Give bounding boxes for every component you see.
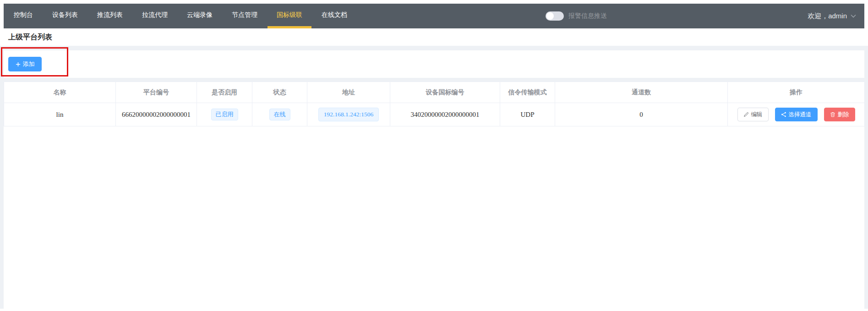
- table-header-row: 名称 平台编号 是否启用 状态 地址 设备国标编号 信令传输模式 通道数 操作: [4, 82, 865, 103]
- address-badge: 192.168.1.242:1506: [318, 108, 379, 121]
- row-actions: 编辑 选择通道: [728, 108, 864, 121]
- cell-channel-count: 0: [555, 103, 728, 126]
- enabled-badge: 已启用: [211, 109, 238, 120]
- column-header-actions: 操作: [728, 82, 865, 103]
- nav-tab-console[interactable]: 控制台: [5, 4, 42, 28]
- table-row: lin 66620000002000000001 已启用 在线 192.168.…: [4, 103, 865, 126]
- nav-tabs: 控制台 设备列表 推流列表 拉流代理 云端录像 节点管理 国标级联 在线文档: [4, 4, 357, 28]
- column-header-device-gb-id: 设备国标编号: [390, 82, 500, 103]
- user-menu[interactable]: 欢迎，admin: [808, 4, 856, 28]
- pencil-icon: [743, 112, 749, 117]
- plus-icon: [16, 62, 21, 67]
- platform-table-card: 名称 平台编号 是否启用 状态 地址 设备国标编号 信令传输模式 通道数 操作 …: [4, 82, 864, 309]
- nav-tab-online-docs[interactable]: 在线文档: [312, 4, 356, 28]
- cell-transport-mode: UDP: [500, 103, 555, 126]
- column-header-address: 地址: [307, 82, 390, 103]
- toggle-knob: [546, 12, 554, 20]
- cell-name: lin: [4, 103, 116, 126]
- cell-device-gb-id: 34020000002000000001: [390, 103, 500, 126]
- toolbar: 添加: [4, 50, 864, 78]
- title-bar: 上级平台列表: [4, 28, 864, 46]
- nav-tab-push-list[interactable]: 推流列表: [88, 4, 132, 28]
- select-channel-button[interactable]: 选择通道: [775, 108, 818, 121]
- top-navbar: 控制台 设备列表 推流列表 拉流代理 云端录像 节点管理 国标级联 在线文档 报…: [4, 4, 864, 28]
- share-icon: [781, 112, 786, 117]
- alarm-push-cluster: 报警信息推送: [546, 4, 607, 28]
- welcome-text: 欢迎，admin: [808, 12, 847, 21]
- nav-tab-device-list[interactable]: 设备列表: [43, 4, 87, 28]
- add-button[interactable]: 添加: [8, 57, 42, 71]
- column-header-enabled: 是否启用: [197, 82, 252, 103]
- nav-tab-cloud-record[interactable]: 云端录像: [178, 4, 222, 28]
- cell-address: 192.168.1.242:1506: [307, 103, 390, 126]
- delete-button[interactable]: 删除: [824, 108, 855, 121]
- select-channel-button-label: 选择通道: [789, 111, 812, 119]
- nav-tab-pull-proxy[interactable]: 拉流代理: [133, 4, 177, 28]
- column-header-transport-mode: 信令传输模式: [500, 82, 555, 103]
- edit-button[interactable]: 编辑: [737, 108, 769, 121]
- alarm-push-label: 报警信息推送: [568, 12, 607, 20]
- cell-status: 在线: [252, 103, 307, 126]
- cell-platform-id: 66620000002000000001: [116, 103, 197, 126]
- platform-table: 名称 平台编号 是否启用 状态 地址 设备国标编号 信令传输模式 通道数 操作 …: [4, 82, 865, 126]
- chevron-down-icon: [851, 14, 856, 18]
- delete-button-label: 删除: [838, 111, 849, 119]
- status-badge: 在线: [269, 109, 290, 120]
- add-button-label: 添加: [23, 60, 35, 68]
- nav-tab-gb-cascade[interactable]: 国标级联: [267, 4, 311, 28]
- column-header-channel-count: 通道数: [555, 82, 728, 103]
- nav-tab-node-manage[interactable]: 节点管理: [223, 4, 267, 28]
- cell-enabled: 已启用: [197, 103, 252, 126]
- column-header-platform-id: 平台编号: [116, 82, 197, 103]
- trash-icon: [830, 112, 835, 117]
- cell-actions: 编辑 选择通道: [728, 103, 865, 126]
- column-header-status: 状态: [252, 82, 307, 103]
- page-title: 上级平台列表: [8, 33, 52, 42]
- column-header-name: 名称: [4, 82, 116, 103]
- alarm-push-toggle[interactable]: [546, 11, 564, 21]
- edit-button-label: 编辑: [751, 111, 763, 119]
